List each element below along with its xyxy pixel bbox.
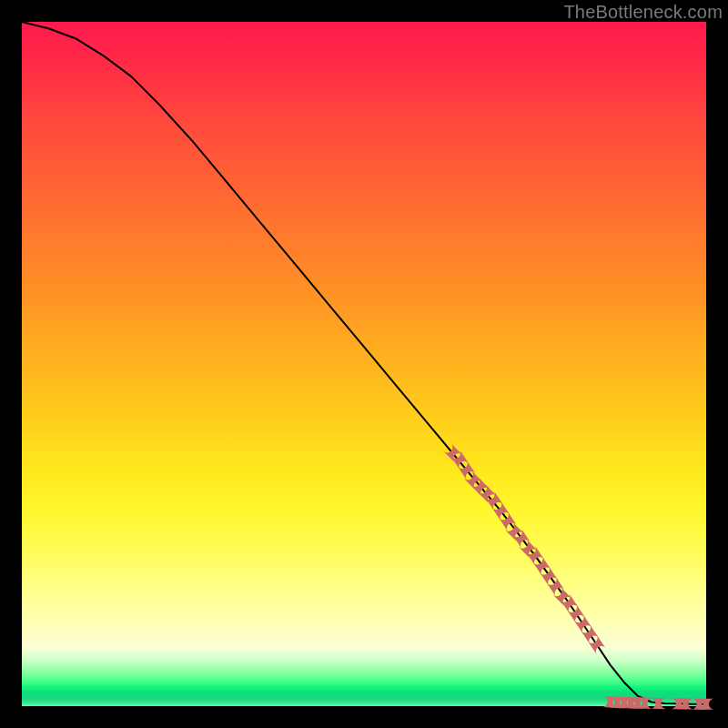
chart-overlay [22,22,706,706]
plot-area [22,22,706,706]
curve-marker [581,624,599,644]
curve-marker [574,614,592,634]
curve-marker [588,635,606,655]
bottleneck-curve [22,22,706,704]
chart-stage: TheBottleneck.com [0,0,728,728]
curve-marker [567,604,585,624]
curve-markers [443,443,714,710]
watermark-label: TheBottleneck.com [563,2,723,23]
